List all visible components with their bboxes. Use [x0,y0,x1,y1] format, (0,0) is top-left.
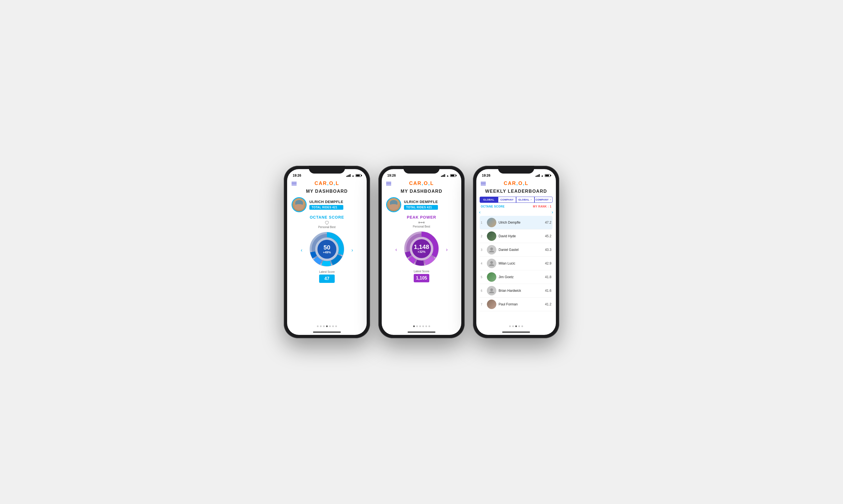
lb-prev-arrow[interactable]: ‹ [476,209,483,215]
lb-score-3: 43.3 [545,248,552,252]
phone-3: 19:26 ▲ [473,166,559,338]
latest-score-1: Latest Score 47 [311,270,343,285]
phone-1: 19:26 ▲ [284,166,370,338]
leaderboard-item-1: 1 Ulrich Dempfle 47.2 [480,216,553,230]
svg-rect-12 [422,222,423,223]
svg-rect-10 [423,222,425,223]
lb-name-3: Daniel Gastel [499,248,543,252]
nav-header-2: C A R . O . L [382,179,461,188]
lb-name-1: Ulrich Dempfle [499,220,543,224]
dots-2 [382,324,461,329]
page-title-2: MY DASHBOARD [382,188,461,196]
svg-rect-9 [421,222,422,223]
phones-container: 19:26 ▲ [284,166,559,338]
donut-chart-2: 1,148 +32% [402,229,441,268]
lb-next-arrow[interactable]: › [549,209,556,215]
status-time-1: 19:26 [293,174,301,178]
status-icons-1: ▲ [346,174,361,177]
battery-icon-1 [356,174,361,177]
rank-1: 1 [481,221,485,224]
user-section-1: ULRICH DEMPFLE TOTAL RIDES 421 [287,196,367,214]
dots-1 [287,324,367,329]
svg-point-23 [490,288,493,291]
leaderboard-item-7: 7 Paul Forman 41.2 [480,298,553,311]
lb-nav-arrows: ‹ › [476,209,556,216]
latest-label-1: Latest Score [319,270,335,273]
hamburger-menu-3[interactable] [481,182,486,185]
dots-3 [476,324,556,329]
rank-2: 2 [481,235,485,238]
rank-6: 6 [481,289,485,292]
phone-3-screen: 19:26 ▲ [476,169,556,335]
lb-score-5: 41.8 [545,275,552,279]
lb-name-6: Brian Hardwick [499,289,543,293]
lb-name-5: Jim Goetz [499,275,543,279]
octane-score-label: OCTANE SCORE [481,205,505,208]
phone-1-screen: 19:26 ▲ [287,169,367,335]
lb-name-2: David Hyde [499,234,543,238]
rank-4: 4 [481,262,485,265]
dumbbell-icon [418,220,425,224]
leaderboard-tabs: GLOBAL COMPANY GLOBAL ♂ COMPANY ♂ [480,197,553,203]
battery-icon-3 [545,174,550,177]
lb-score-6: 41.6 [545,289,552,293]
carol-logo-3: C A R . O . L [504,180,528,187]
lb-avatar-7 [487,300,496,309]
leaderboard-item-6: 6 Brian Hardwick 41.6 [480,284,553,298]
lb-score-7: 41.2 [545,302,552,306]
user-info-1: ULRICH DEMPFLE TOTAL RIDES 421 [309,200,343,210]
status-icons-2: ▲ [441,174,456,177]
lb-name-4: Milan Lucic [499,262,543,265]
donut-value-2: 1,148 [414,244,429,250]
status-time-3: 19:26 [482,174,490,178]
tab-company[interactable]: COMPANY [498,197,516,203]
notch-3 [498,166,534,174]
pb-label-2: Personal Best [413,225,430,228]
prev-arrow-1[interactable]: ‹ [301,247,302,253]
leaderboard-item-2: 2 David Hyde 45.2 [480,230,553,243]
home-bar-1 [287,329,367,335]
wifi-icon-1: ▲ [352,174,355,177]
lb-avatar-4 [487,259,496,268]
lb-avatar-2 [487,231,496,241]
tab-global[interactable]: GLOBAL [480,197,498,203]
phone-2: 19:26 ▲ [378,166,465,338]
donut-change-2: +32% [414,250,429,253]
svg-point-21 [490,248,493,250]
donut-center-1: 50 +49% [323,245,331,254]
user-info-2: ULRICH DEMPFLE TOTAL RIDES 421 [404,200,438,210]
score-section-1: OCTANE SCORE Personal Best ‹ › [287,214,367,324]
heart-icon-1 [325,220,329,225]
donut-area-1: ‹ › [299,230,355,270]
leaderboard-list: 1 Ulrich Dempfle 47.2 2 David Hyde [476,216,556,324]
avatar-2 [386,197,401,212]
notch-1 [309,166,345,174]
latest-label-2: Latest Score [414,270,429,273]
home-bar-3 [476,329,556,335]
leaderboard-item-3: 3 Daniel Gastel 43.3 [480,243,553,257]
rank-5: 5 [481,276,485,279]
lb-score-1: 47.2 [545,220,552,224]
donut-chart-1: 50 +49% [307,230,346,269]
signal-icon-1 [346,174,351,177]
notch-2 [403,166,440,174]
leaderboard-item-4: 4 Milan Lucic 42.9 [480,257,553,270]
next-arrow-1[interactable]: › [352,247,353,253]
rank-7: 7 [481,303,485,306]
score-title-1: OCTANE SCORE [310,215,344,219]
score-section-2: PEAK POWER Personal Best ‹ › [382,214,461,324]
hamburger-menu-1[interactable] [291,182,297,185]
next-arrow-2[interactable]: › [446,247,448,253]
avatar-1 [291,197,307,212]
donut-change-1: +49% [323,251,331,254]
total-rides-2: TOTAL RIDES 421 [404,205,438,210]
tab-company-male[interactable]: COMPANY ♂ [535,197,553,203]
hamburger-menu-2[interactable] [386,182,391,185]
latest-value-2: 1,105 [414,274,429,282]
wifi-icon-3: ▲ [541,174,544,177]
prev-arrow-2[interactable]: ‹ [395,247,397,253]
tab-global-male[interactable]: GLOBAL ♂ [516,197,535,203]
status-time-2: 19:26 [387,174,396,178]
lb-score-4: 42.9 [545,262,552,265]
svg-rect-8 [418,222,420,223]
